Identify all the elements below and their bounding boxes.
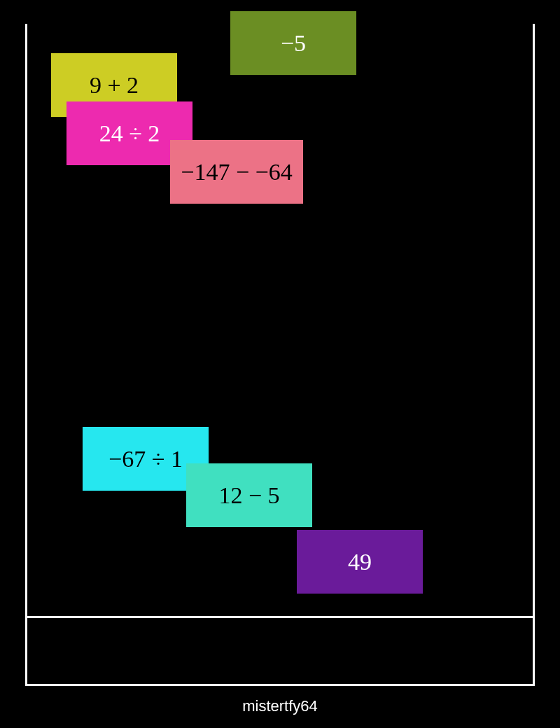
stage-border-bottom [25,684,535,686]
tile-neg147[interactable]: −147 − −64 [170,140,303,204]
game-stage: −59 + 224 ÷ 2−147 − −64−67 ÷ 112 − 549 [25,0,535,686]
play-area: −59 + 224 ÷ 2−147 − −64−67 ÷ 112 − 549 [27,24,533,616]
tile-12minus5[interactable]: 12 − 5 [186,463,312,527]
tile-neg5[interactable]: −5 [230,11,356,75]
tile-49[interactable]: 49 [297,530,423,594]
answer-input[interactable] [27,618,533,684]
footer-author: mistertfy64 [0,697,560,715]
stage-border-right [533,24,535,686]
